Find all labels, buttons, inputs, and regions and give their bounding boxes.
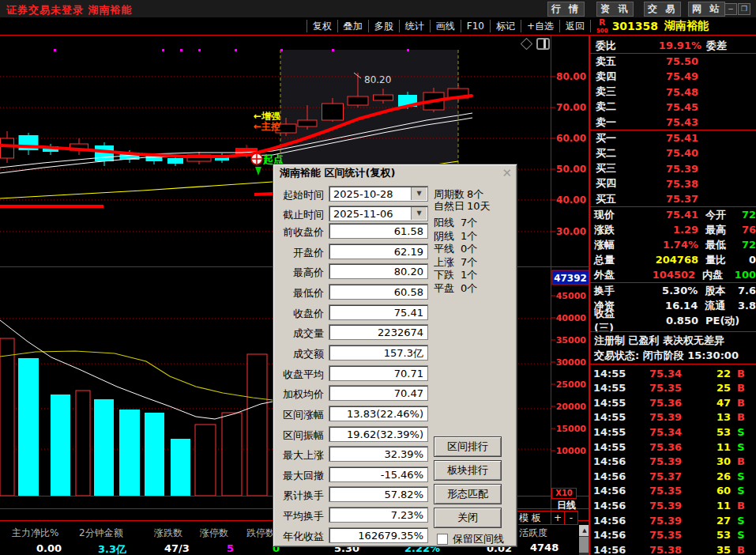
marker-dot [54, 49, 56, 51]
tick-row: 14:5575.3647B [590, 395, 756, 410]
toolbar-item-0[interactable]: 复权 [307, 20, 337, 32]
ask-row-1: 卖一75.43 [590, 115, 756, 130]
interval-rank-button[interactable]: 区间排行 [434, 436, 502, 457]
tick-row: 14:5575.3525B [590, 381, 756, 395]
dialog-stat-label: 最低价 [275, 286, 324, 300]
minimize-button[interactable]: − [724, 3, 737, 15]
detail-label: 最高 [698, 223, 739, 237]
menu-button-2[interactable]: 交 易 [644, 2, 681, 17]
bottom-label-1: 2分钟金额 [79, 527, 123, 540]
stat-field-12: -15.46% [329, 466, 428, 482]
menu-button-1[interactable]: 资 讯 [596, 2, 634, 17]
tick-volume: 53 [682, 426, 731, 438]
tick-price: 75.38 [630, 544, 682, 555]
weicha-label: 委差 [706, 39, 727, 53]
menu-button-0[interactable]: 行 情 [547, 2, 585, 17]
detail2-row: 收益(三)0.850PE(动) [590, 313, 756, 328]
volume-bar-down [145, 413, 164, 496]
tick-volume: 11 [682, 441, 731, 453]
bid-label: 买五 [590, 192, 629, 206]
toolbar-item-1[interactable]: 叠加 [337, 20, 368, 32]
toolbar-item-7[interactable]: +自选 [521, 20, 559, 32]
toolbar-item-4[interactable]: 画线 [430, 20, 461, 32]
toolbar-item-3[interactable]: 统计 [399, 20, 430, 32]
dropdown-arrow-icon[interactable]: ▼ [411, 207, 427, 220]
detail-value: 72 [739, 239, 756, 251]
candle-stat-value: 7个 [461, 216, 477, 230]
stat-field-7: 70.71 [329, 365, 428, 381]
marker-dot [198, 49, 201, 51]
split-window-icon[interactable] [536, 38, 550, 50]
candle-stat-value: 1个 [461, 229, 477, 244]
detail-row: 涨幅1.74%最低72 [590, 237, 756, 252]
dialog-stat-label: 收盘平均 [275, 368, 324, 382]
tick-direction: B [731, 397, 751, 409]
ask-row-5: 卖五75.50 [590, 54, 756, 69]
ask-label: 卖二 [590, 100, 629, 114]
tick-time: 14:56 [590, 515, 630, 527]
toolbar-item-2[interactable]: 多股 [368, 20, 399, 32]
bid-label: 买二 [590, 146, 629, 160]
stat-field-4: 75.41 [329, 304, 428, 320]
detail-value: 16.14 [630, 300, 698, 311]
tick-direction: S [731, 529, 751, 541]
price-axis-label: 40.00 [556, 194, 586, 206]
tick-row: 14:5675.3835B [590, 542, 756, 555]
restore-button[interactable]: ❐ [738, 3, 750, 15]
candle-down [167, 158, 183, 164]
template-remove-button[interactable]: - [564, 511, 578, 525]
tick-volume: 13 [682, 411, 731, 423]
weibi-row: 委比 19.91% 委差 [590, 38, 756, 53]
detail-label: 内盘 [695, 268, 735, 282]
detail-label: 涨幅 [590, 238, 630, 252]
dropdown-arrow-icon[interactable]: ▼ [411, 187, 427, 200]
tick-row: 14:5575.3453S [590, 425, 756, 439]
stat-field-8: 70.47 [329, 385, 428, 401]
annotation-enhance: ←增强 [254, 111, 280, 122]
detail-row: 现价75.41今开72 [590, 207, 756, 222]
detail-value: 100 [735, 269, 756, 281]
price-axis-label: 50.00 [556, 164, 586, 175]
sector-rank-button[interactable]: 板块排行 [434, 460, 502, 481]
ask-price: 75.50 [629, 55, 698, 67]
date-field-1[interactable]: 2025-11-06▼ [329, 206, 428, 221]
candle-stat-value: 0个 [461, 242, 477, 256]
menu-button-3[interactable]: 网 站 [688, 2, 725, 17]
tick-direction: B [731, 382, 751, 394]
tick-direction: S [731, 441, 751, 453]
dialog-stat-label: 收盘价 [275, 307, 324, 321]
toolbar-item-8[interactable]: 返回 [559, 20, 591, 32]
template-add-button[interactable]: + [551, 511, 565, 525]
bottom-value-2: 47/3 [164, 542, 190, 554]
tick-row: 14:5575.3913B [590, 410, 756, 425]
interval-statistics-dialog: 湖南裕能 区间统计(复权) ✕ 起始时间2025-10-28▼截止时间2025-… [273, 164, 517, 547]
candle-up [374, 95, 393, 100]
bid-price: 75.39 [629, 163, 698, 175]
close-button[interactable]: 关闭 [434, 508, 502, 528]
bid-row-2: 买二75.40 [590, 145, 756, 160]
tick-volume: 60 [682, 485, 731, 496]
detail-label: 外盘 [590, 268, 630, 282]
candle-stat-label: 平线 [434, 242, 454, 256]
toolbar-item-6[interactable]: 标记 [490, 20, 521, 32]
tick-price: 75.36 [630, 397, 682, 409]
date-field-0[interactable]: 2025-10-28▼ [329, 186, 428, 202]
detail-label: 涨跌 [590, 223, 630, 237]
bid-row-4: 买四75.38 [590, 176, 756, 191]
close-icon[interactable]: ✕ [502, 166, 512, 180]
stat-field-6: 157.3亿 [329, 345, 428, 361]
detail-label: 今开 [698, 208, 739, 222]
keep-interval-line-checkbox[interactable] [437, 534, 448, 545]
tick-row: 14:5675.3927S [590, 513, 756, 527]
tick-time: 14:55 [590, 426, 630, 438]
volume-axis-label: 30000 [556, 357, 587, 368]
pattern-match-button[interactable]: 形态匹配 [434, 484, 502, 504]
toolbar-item-5[interactable]: F10 [461, 20, 490, 32]
ask-label: 卖一 [590, 115, 629, 130]
detail-value: 3.8 [738, 300, 756, 311]
listing-flags: 注册制 已盈利 表决权无差异 [594, 334, 724, 348]
tick-direction: B [731, 455, 751, 467]
volume-axis-label: 10000 [556, 446, 587, 456]
tick-time: 14:56 [590, 529, 630, 541]
tick-price: 75.39 [630, 500, 682, 512]
